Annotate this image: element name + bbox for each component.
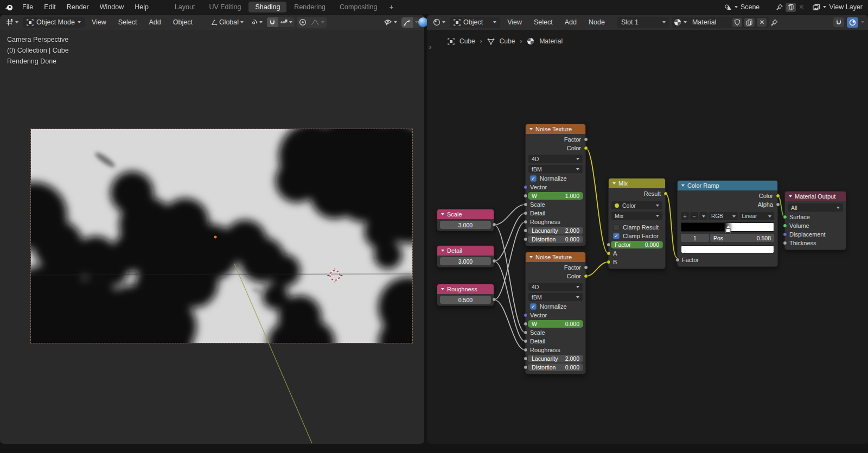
pin-icon[interactable]	[776, 4, 783, 10]
distortion-slider[interactable]: Distortion0.000	[528, 363, 583, 371]
unlink-material-button[interactable]: ✕	[757, 18, 767, 27]
editor-type-button[interactable]	[431, 17, 448, 28]
node-header[interactable]: Mix	[609, 178, 665, 188]
orientation-dropdown[interactable]: Global	[208, 17, 246, 28]
tab-rendering[interactable]: Rendering	[288, 2, 332, 12]
noise-type-dropdown[interactable]: fBM	[528, 293, 583, 301]
collapse-chevron-icon[interactable]	[529, 128, 533, 130]
node-value-roughness[interactable]: Roughness 0.500	[437, 284, 494, 306]
dimensions-dropdown[interactable]: 4D	[528, 155, 583, 163]
node-header[interactable]: Color Ramp	[678, 181, 777, 190]
socket-volume-in[interactable]	[783, 224, 787, 228]
lacunarity-slider[interactable]: Lacunarity2.000	[528, 355, 583, 362]
socket-scale-in[interactable]	[524, 330, 528, 335]
interpolation-dropdown[interactable]: Linear	[739, 212, 774, 220]
lacunarity-slider[interactable]: Lacunarity2.000	[528, 227, 583, 234]
socket-value-out[interactable]	[492, 259, 496, 263]
collapse-chevron-icon[interactable]	[441, 213, 444, 215]
menu-window[interactable]: Window	[94, 2, 129, 12]
factor-slider[interactable]: Factor0.000	[611, 241, 663, 248]
tab-compositing[interactable]: Compositing	[333, 2, 384, 12]
stop-position-slider[interactable]: Pos0.508	[710, 234, 774, 242]
socket-w-in[interactable]	[524, 322, 528, 326]
tab-uv-editing[interactable]: UV Editing	[202, 2, 247, 12]
remove-stop-button[interactable]: −	[690, 212, 698, 220]
node-mix[interactable]: Mix Result Color Mix ✓Clamp Result ✓Clam…	[608, 178, 666, 269]
ramp-stop-handle[interactable]	[726, 226, 731, 233]
blend-mode-dropdown[interactable]: Mix	[611, 212, 662, 220]
collapse-chevron-icon[interactable]	[681, 184, 685, 187]
normalize-checkbox[interactable]: ✓	[530, 175, 537, 182]
clamp-factor-checkbox[interactable]: ✓	[613, 233, 620, 239]
socket-lacunarity-in[interactable]	[524, 356, 528, 361]
collapse-chevron-icon[interactable]	[441, 288, 444, 290]
socket-w-in[interactable]	[524, 194, 528, 198]
collapse-chevron-icon[interactable]	[612, 182, 616, 184]
value-field[interactable]: 3.000	[440, 221, 491, 229]
socket-color-out[interactable]	[776, 194, 780, 198]
socket-b-in[interactable]	[607, 260, 611, 264]
socket-value-out[interactable]	[492, 297, 496, 302]
proportional-edit-button[interactable]	[297, 17, 309, 28]
viewport-menu-add[interactable]: Add	[144, 17, 166, 28]
socket-vector-in[interactable]	[524, 313, 528, 317]
new-material-button[interactable]	[744, 18, 755, 27]
tab-shading[interactable]: Shading	[248, 2, 286, 12]
node-header[interactable]: Material Output	[785, 192, 846, 201]
new-scene-button[interactable]	[786, 3, 796, 12]
menu-edit[interactable]: Edit	[39, 2, 61, 12]
breadcrumb-material[interactable]: Material	[539, 37, 563, 45]
material-name-field[interactable]: Material	[692, 18, 716, 26]
stop-index-field[interactable]: 1	[681, 234, 709, 242]
color-ramp-gradient[interactable]	[681, 222, 774, 232]
show-gizmo-dropdown[interactable]	[381, 17, 399, 27]
menu-help[interactable]: Help	[129, 2, 154, 12]
value-field[interactable]: 0.500	[440, 296, 491, 304]
material-sphere-icon[interactable]	[674, 18, 681, 26]
sidebar-collapse-chevron-icon[interactable]: ›	[429, 43, 431, 51]
normalize-checkbox[interactable]: ✓	[530, 303, 537, 310]
socket-result-out[interactable]	[663, 192, 668, 196]
viewport-menu-object[interactable]: Object	[168, 17, 197, 28]
color-mode-dropdown[interactable]: RGB	[709, 212, 738, 220]
socket-value-out[interactable]	[492, 222, 496, 227]
pin-icon[interactable]	[771, 19, 778, 26]
socket-color-out[interactable]	[584, 274, 588, 278]
node-color-ramp[interactable]: Color Ramp Color Alpha + − RGB Linear	[677, 180, 778, 267]
clamp-result-checkbox[interactable]: ✓	[613, 224, 620, 231]
target-dropdown[interactable]: All	[788, 203, 843, 212]
snap-target-dropdown[interactable]	[278, 17, 295, 27]
node-header[interactable]: Roughness	[437, 284, 494, 294]
socket-roughness-in[interactable]	[524, 220, 528, 224]
collapse-chevron-icon[interactable]	[529, 256, 533, 258]
socket-alpha-out[interactable]	[776, 202, 780, 207]
socket-surface-in[interactable]	[783, 215, 787, 219]
breadcrumb-mesh[interactable]: Cube	[500, 37, 515, 45]
socket-vector-in[interactable]	[524, 185, 528, 189]
socket-color-out[interactable]	[584, 146, 588, 150]
distortion-slider[interactable]: Distortion0.000	[528, 235, 583, 243]
blender-logo-icon[interactable]	[4, 3, 14, 12]
viewport-menu-view[interactable]: View	[87, 17, 111, 28]
stop-color-swatch[interactable]	[681, 245, 774, 253]
w-slider[interactable]: W1.000	[528, 192, 583, 200]
viewport-canvas[interactable]: Camera Perspective (0) Collection | Cube…	[0, 30, 424, 444]
socket-detail-in[interactable]	[524, 339, 528, 343]
node-value-detail[interactable]: Detail 3.000	[437, 245, 494, 267]
node-header[interactable]: Noise Texture	[526, 124, 585, 134]
noise-type-dropdown[interactable]: fBM	[528, 165, 583, 173]
socket-distortion-in[interactable]	[524, 365, 528, 369]
node-material-output[interactable]: Material Output All Surface Volume Displ…	[784, 191, 846, 250]
socket-lacunarity-in[interactable]	[524, 228, 528, 233]
snap-toggle-button[interactable]	[267, 17, 278, 27]
socket-a-in[interactable]	[607, 251, 611, 256]
tab-layout[interactable]: Layout	[168, 2, 202, 12]
socket-detail-in[interactable]	[524, 211, 528, 215]
menu-file[interactable]: File	[17, 2, 39, 12]
collapse-chevron-icon[interactable]	[441, 250, 444, 252]
value-field[interactable]: 3.000	[440, 257, 491, 265]
viewport-menu-select[interactable]: Select	[113, 17, 142, 28]
node-header[interactable]: Scale	[437, 209, 494, 219]
node-header[interactable]: Detail	[437, 246, 494, 256]
mode-dropdown[interactable]: Object Mode	[23, 17, 85, 28]
